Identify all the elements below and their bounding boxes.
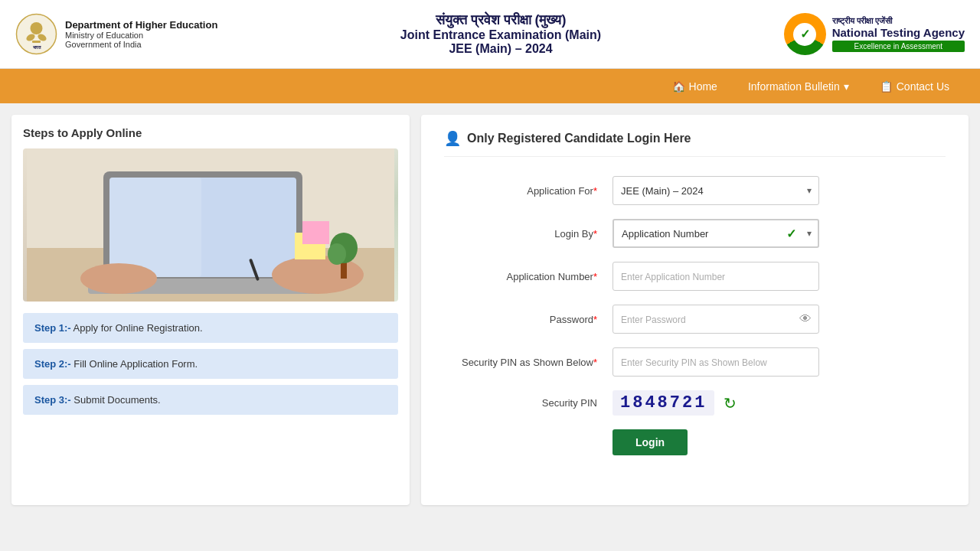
nta-hindi: राष्ट्रीय परीक्षा एजेंसी <box>832 16 965 26</box>
login-button[interactable]: Login <box>612 429 688 455</box>
contact-icon: 📋 <box>880 80 893 93</box>
nta-logo: ✓ राष्ट्रीय परीक्षा एजेंसी National Test… <box>784 13 965 55</box>
nav-contact-us[interactable]: 📋 Contact Us <box>864 69 965 103</box>
nta-check-icon: ✓ <box>800 27 810 41</box>
login-by-row: Login By* Application Number ✓ ▾ <box>444 219 946 248</box>
application-for-select[interactable]: JEE (Main) – 2024 <box>612 176 819 205</box>
dept-name: Department of Higher Education <box>65 19 217 31</box>
dropdown-icon: ▾ <box>844 80 849 93</box>
svg-rect-16 <box>302 221 329 244</box>
nav-home-label: Home <box>689 80 717 93</box>
header-title: संयुक्त प्रवेश परीक्षा (मुख्य) Joint Ent… <box>217 12 783 56</box>
title-year: JEE (Main) – 2024 <box>217 42 783 56</box>
login-section-header: 👤 Only Registered Candidate Login Here <box>444 130 946 157</box>
security-pin-display: 1848721 ↻ <box>612 390 737 416</box>
main-content: Steps to Apply Online <box>0 103 980 517</box>
eye-icon[interactable]: 👁 <box>799 312 812 326</box>
password-wrapper: 👁 <box>612 305 819 334</box>
svg-point-19 <box>328 243 346 265</box>
step-3-label: Step 3:- <box>34 394 71 406</box>
security-pin-display-row: Security PIN 1848721 ↻ <box>444 390 946 416</box>
application-for-label: Application For* <box>444 185 612 197</box>
application-number-input[interactable] <box>612 262 819 291</box>
step-2-text: Fill Online Application Form. <box>74 358 198 370</box>
security-pin-input-row: Security PIN as Shown Below* <box>444 347 946 377</box>
password-row: Password* 👁 <box>444 305 946 334</box>
login-button-row: Login <box>444 429 946 455</box>
site-header: भारत Department of Higher Education Mini… <box>0 0 980 69</box>
left-panel: Steps to Apply Online <box>11 115 410 505</box>
step-1: Step 1:- Apply for Online Registration. <box>23 313 398 343</box>
nta-text: राष्ट्रीय परीक्षा एजेंसी National Testin… <box>832 16 965 52</box>
nav-info-label: Information Bulletin <box>748 80 840 93</box>
password-label: Password* <box>444 314 612 325</box>
nta-circle-logo: ✓ <box>784 13 826 55</box>
dept-sub1: Ministry of Education <box>65 31 217 40</box>
captcha-value: 1848721 <box>612 390 714 416</box>
password-input[interactable] <box>612 305 819 334</box>
svg-point-13 <box>80 263 157 294</box>
user-icon: 👤 <box>444 130 461 147</box>
login-by-label: Login By* <box>444 228 612 240</box>
step-1-label: Step 1:- <box>34 322 71 334</box>
step-3: Step 3:- Submit Documents. <box>23 385 398 415</box>
application-number-label: Application Number* <box>444 271 612 282</box>
login-header-text: Only Registered Candidate Login Here <box>467 132 691 145</box>
nta-english-name: National Testing Agency <box>832 26 965 39</box>
india-emblem-icon: भारत <box>15 13 57 55</box>
nav-info-bulletin[interactable]: Information Bulletin ▾ <box>733 69 864 103</box>
svg-rect-4 <box>32 41 41 43</box>
step-3-text: Submit Documents. <box>74 394 160 406</box>
application-for-row: Application For* JEE (Main) – 2024 ▾ <box>444 176 946 205</box>
step-2-label: Step 2:- <box>34 358 71 370</box>
security-pin-input[interactable] <box>612 347 819 377</box>
navbar: 🏠 Home Information Bulletin ▾ 📋 Contact … <box>0 69 980 103</box>
step-2: Step 2:- Fill Online Application Form. <box>23 349 398 379</box>
laptop-image <box>23 148 398 302</box>
header-logo-section: भारत Department of Higher Education Mini… <box>15 13 217 55</box>
login-by-check-icon: ✓ <box>786 227 796 241</box>
svg-rect-10 <box>109 178 201 277</box>
nta-tagline: Excellence in Assessment <box>832 41 965 52</box>
right-panel: 👤 Only Registered Candidate Login Here A… <box>421 115 969 505</box>
dept-info: Department of Higher Education Ministry … <box>65 19 217 49</box>
security-pin-display-label: Security PIN <box>444 397 612 409</box>
svg-text:भारत: भारत <box>33 45 41 50</box>
dept-sub2: Government of India <box>65 40 217 49</box>
title-english: Joint Entrance Examination (Main) <box>217 28 783 42</box>
home-icon: 🏠 <box>672 80 685 93</box>
nav-home[interactable]: 🏠 Home <box>657 69 733 103</box>
left-panel-title: Steps to Apply Online <box>23 126 398 139</box>
application-for-select-wrapper: JEE (Main) – 2024 ▾ <box>612 176 819 205</box>
login-by-select-wrapper: Application Number ✓ ▾ <box>612 219 819 248</box>
refresh-captcha-button[interactable]: ↻ <box>724 394 737 412</box>
title-hindi: संयुक्त प्रवेश परीक्षा (मुख्य) <box>217 12 783 28</box>
security-pin-input-label: Security PIN as Shown Below* <box>444 357 612 368</box>
step-1-text: Apply for Online Registration. <box>74 322 203 334</box>
nav-contact-label: Contact Us <box>897 80 949 93</box>
application-number-row: Application Number* <box>444 262 946 291</box>
svg-point-1 <box>31 22 43 34</box>
